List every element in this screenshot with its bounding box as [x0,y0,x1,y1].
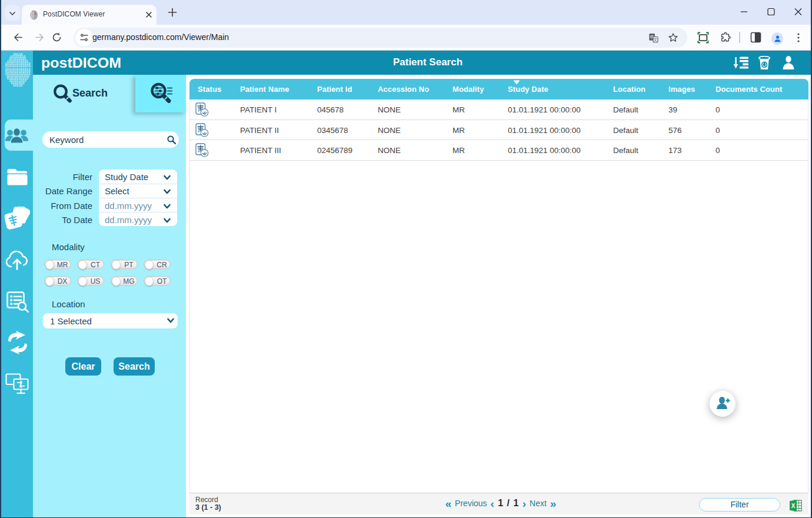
svg-text:文: 文 [654,37,658,42]
svg-text:X: X [791,503,796,509]
